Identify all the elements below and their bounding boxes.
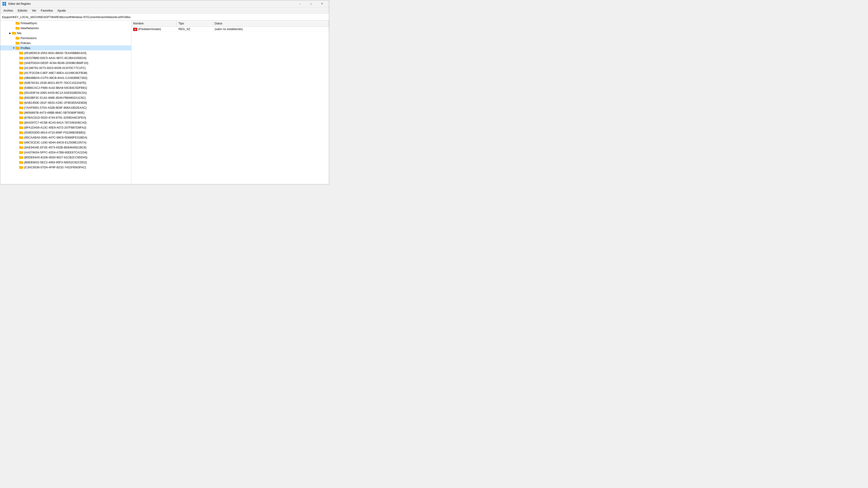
tree-item-label: {41186791-9273-4023-9A09-AC87DC77C1FC} xyxy=(24,66,86,70)
svg-rect-20 xyxy=(19,57,21,57)
registry-name: ab(Predeterminado) xyxy=(131,26,177,32)
svg-rect-40 xyxy=(19,106,21,107)
expand-icon[interactable] xyxy=(16,126,19,129)
expand-icon[interactable] xyxy=(16,66,19,70)
expand-icon[interactable] xyxy=(16,91,19,94)
expand-icon[interactable] xyxy=(16,156,19,159)
expand-icon[interactable] xyxy=(16,116,19,119)
tree-item-profile[interactable]: {87BAC61D-5020-4744-8791-3259DA8C5FEA} xyxy=(0,115,131,120)
tree-item-profile[interactable]: {6AB1450E-261F-4E02-A29C-2F9D3D5AE9D8} xyxy=(0,100,131,105)
registry-row[interactable]: ab(Predeterminado)REG_SZ(valor no establ… xyxy=(131,26,329,32)
expand-icon[interactable]: ▼ xyxy=(12,46,16,50)
menu-item-edición[interactable]: Edición xyxy=(16,8,30,13)
svg-rect-24 xyxy=(19,67,21,67)
expand-icon[interactable] xyxy=(12,26,16,30)
svg-rect-32 xyxy=(19,87,21,87)
menu-item-ayuda[interactable]: Ayuda xyxy=(55,8,68,13)
expand-icon[interactable] xyxy=(16,86,19,90)
expand-icon[interactable] xyxy=(12,21,16,25)
tree-item-profile[interactable]: {41186791-9273-4023-9A09-AC87DC77C1FC} xyxy=(0,65,131,70)
tree-item-profile[interactable]: {50B76C91-2539-4ED1-857F-7DCC1522A87E} xyxy=(0,80,131,85)
main-content: FirewallSync NewNetworks ▶ Nla xyxy=(0,21,329,184)
tree-item-profile[interactable]: {7AAF5951-575A-432B-8E8F-806A19D2EAAC} xyxy=(0,105,131,110)
expand-icon[interactable] xyxy=(16,145,19,149)
tree-item-profile[interactable]: {26237BBD-E6C5-4A41-967C-6C2B41030D24} xyxy=(0,55,131,60)
tree-item-label: Policies xyxy=(21,41,31,45)
expand-icon[interactable]: ▶ xyxy=(8,31,12,35)
tree-item-profile[interactable]: {8FA1DA59-A13C-45E9-A072-207FB87D8FA2} xyxy=(0,125,131,130)
tree-item-profile[interactable]: {54B6CAC2-F680-4142-B6A9-54CB3C5DFB91} xyxy=(0,85,131,90)
tree-item-label: {9AE9434E-EF2E-4573-932B-8EB4645D1BC6} xyxy=(24,146,86,149)
expand-icon[interactable] xyxy=(16,56,19,60)
menu-item-favoritos[interactable]: Favoritos xyxy=(39,8,55,13)
close-button[interactable]: ✕ xyxy=(317,0,327,7)
expand-icon[interactable] xyxy=(16,160,19,164)
svg-rect-36 xyxy=(19,96,21,97)
expand-icon[interactable] xyxy=(16,101,19,104)
tree-item-label: {3AEFD024-DEDF-4C84-9D46-2D93BCB68F1D} xyxy=(24,61,88,65)
tree-item-nla[interactable]: ▶ Nla xyxy=(0,31,131,35)
address-path: Equipo\HKEY_LOCAL_MACHINE\SOFTWARE\Micro… xyxy=(2,15,130,19)
tree-item-profile[interactable]: {9AE9434E-EF2E-4573-932B-8EB4645D1BC6} xyxy=(0,145,131,150)
expand-icon[interactable] xyxy=(16,96,19,99)
menu-item-archivo[interactable]: Archivo xyxy=(1,8,16,13)
tree-item-policies[interactable]: Policies xyxy=(0,40,131,45)
tree-container[interactable]: FirewallSync NewNetworks ▶ Nla xyxy=(0,21,131,184)
expand-icon[interactable] xyxy=(16,76,19,79)
tree-item-profile[interactable]: {3AEFD024-DEDF-4C84-9D46-2D93BCB68F1D} xyxy=(0,60,131,65)
tree-item-profiles[interactable]: ▼ Profiles xyxy=(0,45,131,51)
tree-item-profile[interactable]: {939D53DD-8614-4710-858F-F01098E0EBB3} xyxy=(0,130,131,135)
tree-pane[interactable]: FirewallSync NewNetworks ▶ Nla xyxy=(0,21,131,184)
svg-rect-18 xyxy=(19,52,21,53)
expand-icon[interactable] xyxy=(12,41,16,45)
tree-item-profile[interactable]: {99C5CE3C-1292-4D4A-84C8-E12508E1057A} xyxy=(0,140,131,145)
tree-item-label: {8656897B-4473-49BB-984C-5B78389F390E} xyxy=(24,111,85,114)
svg-rect-30 xyxy=(19,82,21,82)
tree-item-label: {051BD5C8-2553-4041-B8AD-7E4A5BBB1423} xyxy=(24,51,86,55)
expand-icon[interactable] xyxy=(16,111,19,114)
tree-item-profile[interactable]: {6503BF3C-E142-468E-8549-FB84802A1C6C} xyxy=(0,95,131,100)
tree-item-permissions[interactable]: Permissions xyxy=(0,35,131,40)
menu-item-ver[interactable]: Ver xyxy=(30,8,39,13)
expand-icon[interactable] xyxy=(16,131,19,134)
tree-item-label: {87BAC61D-5020-4744-8791-3259DA8C5FEA} xyxy=(24,116,86,119)
expand-icon[interactable] xyxy=(12,36,16,40)
tree-item-profile[interactable]: {5D1E6F16-2065-4A55-BC1A-61E932BD5C5A} xyxy=(0,90,131,95)
tree-item-newnetworks[interactable]: NewNetworks xyxy=(0,26,131,31)
tree-item-profile[interactable]: {95CAABA0-0091-447C-99C6-5D689FE31BDA} xyxy=(0,135,131,140)
expand-icon[interactable] xyxy=(16,61,19,65)
tree-item-label: {6AB1450E-261F-4E02-A29C-2F9D3D5AE9D8} xyxy=(24,101,87,104)
svg-rect-38 xyxy=(19,101,21,102)
tree-item-profile[interactable]: {AA07843A-5FFC-42D4-A7B8-60EE67CA21D4} xyxy=(0,150,131,155)
tree-item-label: {7AAF5951-575A-432B-8E8F-806A19D2EAAC} xyxy=(24,106,87,109)
expand-icon[interactable] xyxy=(16,71,19,74)
tree-item-profile[interactable]: {051BD5C8-2553-4041-B8AD-7E4A5BBB1423} xyxy=(0,51,131,55)
tree-item-profile[interactable]: {8656897B-4473-49BB-984C-5B78389F390E} xyxy=(0,110,131,115)
tree-item-profile[interactable]: {B8EB3632-5EC2-4063-95F3-56D52C82CDD2} xyxy=(0,160,131,165)
expand-icon[interactable] xyxy=(16,106,19,109)
tree-item-label: {417F2CD8-C4EF-46E7-80EA-A2199C8CFB38} xyxy=(24,71,87,74)
registry-table: Nombre Tipo Datos ab(Predeterminado)REG_… xyxy=(131,21,329,32)
tree-item-profile[interactable]: {4B64BBA5-CCF0-49CB-8A41-C2A82B6E7302} xyxy=(0,75,131,80)
expand-icon[interactable] xyxy=(16,81,19,85)
tree-item-profile[interactable]: {C3AC6536-57DA-4F9F-B232-7431F6563FAC} xyxy=(0,165,131,170)
expand-icon[interactable] xyxy=(16,165,19,169)
maximize-button[interactable]: □ xyxy=(306,0,316,7)
tree-item-label: {939D53DD-8614-4710-858F-F01098E0EBB3} xyxy=(24,131,86,134)
tree-item-label: {5D1E6F16-2065-4A55-BC1A-61E932BD5C5A} xyxy=(24,91,87,94)
tree-item-firewallsync[interactable]: FirewallSync xyxy=(0,21,131,26)
app-icon xyxy=(2,2,6,6)
svg-rect-0 xyxy=(2,2,4,4)
expand-icon[interactable] xyxy=(16,121,19,124)
tree-item-label: {54B6CAC2-F680-4142-B6A9-54CB3C5DFB91} xyxy=(24,86,87,90)
tree-item-profile[interactable]: {B5DE64A5-81D6-4E60-9027-91CB2CC9DD43} xyxy=(0,155,131,160)
expand-icon[interactable] xyxy=(16,51,19,55)
minimize-button[interactable]: – xyxy=(295,0,305,7)
window-controls: – □ ✕ xyxy=(295,0,327,7)
tree-item-profile[interactable]: {417F2CD8-C4EF-46E7-80EA-A2199C8CFB38} xyxy=(0,70,131,75)
expand-icon[interactable] xyxy=(16,140,19,144)
tree-item-label: {50B76C91-2539-4ED1-857F-7DCC1522A87E} xyxy=(24,81,86,85)
tree-item-profile[interactable]: {8A0297C7-4C5B-4CA0-841A-7872463ABCA0} xyxy=(0,120,131,125)
expand-icon[interactable] xyxy=(16,151,19,154)
expand-icon[interactable] xyxy=(16,135,19,139)
